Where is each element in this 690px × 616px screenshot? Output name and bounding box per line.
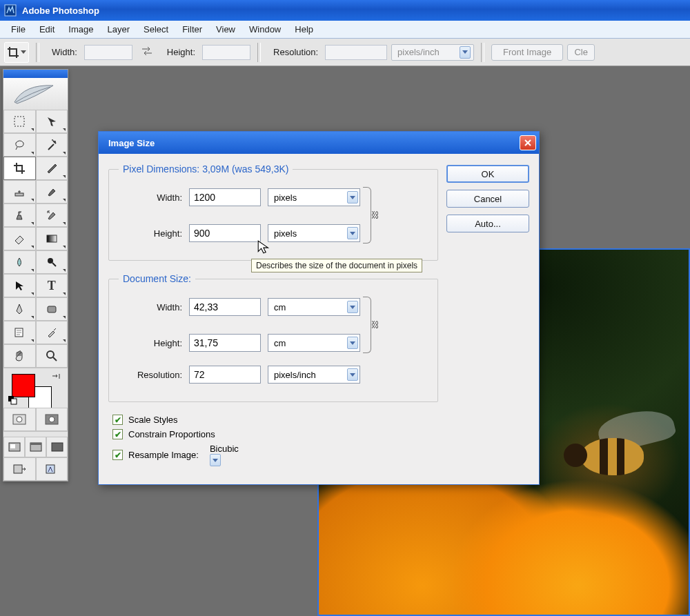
doc-height-unit-select[interactable]: cm xyxy=(268,334,360,352)
jump-to-photoshop-icon[interactable] xyxy=(36,457,68,481)
doc-res-label: Resolution: xyxy=(119,370,182,380)
default-colors-icon[interactable] xyxy=(8,395,17,405)
auto-button[interactable]: Auto... xyxy=(446,215,529,232)
menu-edit[interactable]: Edit xyxy=(32,22,61,37)
doc-width-unit-select[interactable]: cm xyxy=(268,298,360,316)
foreground-color-swatch[interactable] xyxy=(12,374,35,397)
path-select-icon[interactable] xyxy=(3,274,36,297)
menu-view[interactable]: View xyxy=(209,22,242,37)
document-size-legend: Document Size: xyxy=(119,273,195,284)
doc-width-label: Width: xyxy=(119,302,182,312)
checkmark-icon: ✔ xyxy=(112,429,123,439)
link-dimensions-icon: ⛓ xyxy=(360,181,379,249)
px-width-unit-select[interactable]: pixels xyxy=(268,188,360,206)
front-image-button[interactable]: Front Image xyxy=(491,44,563,61)
screen-mode-full-icon[interactable] xyxy=(46,437,68,457)
chevron-down-icon xyxy=(347,337,358,349)
quickmask-off-icon[interactable] xyxy=(3,408,36,431)
quickmask-on-icon[interactable] xyxy=(36,408,68,431)
close-button[interactable] xyxy=(520,135,536,150)
chevron-down-icon xyxy=(347,301,358,313)
menu-filter[interactable]: Filter xyxy=(175,22,209,37)
constrain-proportions-label: Constrain Proportions xyxy=(128,429,215,439)
dialog-title: Image Size xyxy=(108,138,155,148)
menu-file[interactable]: File xyxy=(4,22,32,37)
pen-icon[interactable] xyxy=(3,297,36,321)
photoshop-feather-icon xyxy=(3,78,68,110)
resample-method-select[interactable]: Bicubic xyxy=(210,444,239,466)
close-icon xyxy=(524,139,532,147)
clone-stamp-icon[interactable] xyxy=(3,203,36,227)
jump-to-imageready-icon[interactable] xyxy=(3,457,36,481)
resample-image-label: Resample Image: xyxy=(128,450,199,460)
eyedropper-icon[interactable] xyxy=(36,321,68,344)
constrain-proportions-checkbox[interactable]: ✔ Constrain Proportions xyxy=(112,429,438,439)
px-height-unit-value: pixels xyxy=(274,228,297,239)
opt-res-unit-select[interactable]: pixels/inch xyxy=(391,44,474,61)
doc-height-input[interactable] xyxy=(189,334,261,352)
menu-image[interactable]: Image xyxy=(61,22,100,37)
svg-point-6 xyxy=(48,258,53,264)
opt-res-input[interactable] xyxy=(325,45,387,60)
hand-icon[interactable] xyxy=(3,344,36,368)
swap-colors-icon[interactable] xyxy=(51,372,61,384)
tools-palette[interactable]: T xyxy=(3,69,68,481)
swap-wh-icon[interactable] xyxy=(141,46,153,58)
crop-icon[interactable] xyxy=(3,157,36,180)
opt-width-input[interactable] xyxy=(84,45,132,60)
screen-mode-full-menubar-icon[interactable] xyxy=(25,437,46,457)
ok-button[interactable]: OK xyxy=(446,165,529,183)
svg-rect-1 xyxy=(14,117,24,126)
slice-icon[interactable] xyxy=(36,157,68,180)
svg-rect-11 xyxy=(11,399,17,404)
history-brush-icon[interactable] xyxy=(36,203,68,227)
screen-mode-standard-icon[interactable] xyxy=(3,437,25,457)
opt-res-unit-value: pixels/inch xyxy=(397,47,440,57)
healing-brush-icon[interactable] xyxy=(3,180,36,203)
magic-wand-icon[interactable] xyxy=(36,133,68,157)
lasso-icon[interactable] xyxy=(3,133,36,157)
eraser-icon[interactable] xyxy=(3,227,36,250)
dodge-icon[interactable] xyxy=(36,250,68,274)
px-height-unit-select[interactable]: pixels xyxy=(268,224,360,242)
bee-illustration xyxy=(557,410,674,493)
menu-layer[interactable]: Layer xyxy=(101,22,137,37)
blur-icon[interactable] xyxy=(3,250,36,274)
dialog-titlebar[interactable]: Image Size xyxy=(99,132,539,154)
doc-res-unit-select[interactable]: pixels/inch xyxy=(268,366,360,384)
cancel-button[interactable]: Cancel xyxy=(446,190,529,208)
palette-drag-handle[interactable] xyxy=(3,70,68,78)
move-icon[interactable] xyxy=(36,110,68,133)
document-size-group: Document Size: Width: cm Height: xyxy=(108,273,438,402)
menu-select[interactable]: Select xyxy=(137,22,175,37)
app-title: Adobe Photoshop xyxy=(22,6,99,16)
scale-styles-checkbox[interactable]: ✔ Scale Styles xyxy=(112,415,438,425)
px-width-input[interactable] xyxy=(189,188,261,206)
chevron-down-icon xyxy=(460,46,471,59)
px-width-label: Width: xyxy=(119,192,182,203)
doc-width-unit-value: cm xyxy=(274,302,286,312)
clear-button[interactable]: Cle xyxy=(567,44,595,61)
gradient-icon[interactable] xyxy=(36,227,68,250)
shape-icon[interactable] xyxy=(36,297,68,321)
opt-height-input[interactable] xyxy=(202,45,250,60)
resample-image-checkbox[interactable]: ✔ Resample Image: Bicubic xyxy=(112,444,438,466)
brush-icon[interactable] xyxy=(36,180,68,203)
svg-point-2 xyxy=(55,141,56,142)
type-icon[interactable]: T xyxy=(36,274,68,297)
svg-point-9 xyxy=(47,351,54,358)
opt-width-label: Width: xyxy=(52,47,77,57)
resample-method-value: Bicubic xyxy=(210,444,239,454)
zoom-icon[interactable] xyxy=(36,344,68,368)
svg-point-15 xyxy=(49,417,55,422)
notes-icon[interactable] xyxy=(3,321,36,344)
divider xyxy=(257,43,261,62)
doc-res-input[interactable] xyxy=(189,366,261,384)
crop-tool-preset-icon[interactable] xyxy=(4,42,29,63)
doc-width-input[interactable] xyxy=(189,298,261,316)
menu-help[interactable]: Help xyxy=(288,22,320,37)
pixel-dimensions-group: Pixel Dimensions: 3,09M (was 549,3K) Wid… xyxy=(108,163,438,261)
px-height-input[interactable] xyxy=(189,224,261,242)
rect-marquee-icon[interactable] xyxy=(3,110,36,133)
menu-window[interactable]: Window xyxy=(242,22,288,37)
